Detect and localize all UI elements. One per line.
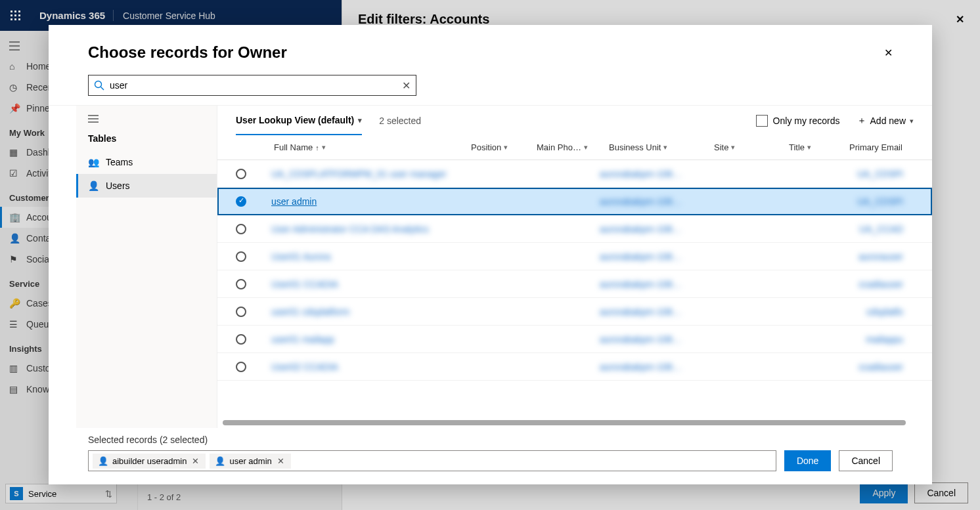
col-business-unit[interactable]: Business Unit▾ [602, 142, 707, 152]
row-fullname-link[interactable]: user01 cdsplatform [265, 307, 462, 317]
lookup-modal: Choose records for Owner ✕ ✕ Tables 👥 Te… [49, 25, 932, 484]
row-email: UA_CCAD [840, 224, 903, 234]
row-business-unit: aurorabakpm-108… [600, 362, 705, 372]
table-row[interactable]: user adminaurorabakpm-108…UA_CDSPI [217, 188, 932, 215]
person-icon: 👤 [98, 456, 108, 466]
col-email[interactable]: Primary Email [843, 142, 906, 152]
chevron-down-icon: ▾ [731, 143, 735, 152]
plus-icon: ＋ [857, 115, 866, 127]
row-email: ccadiauser [840, 362, 903, 372]
row-select-toggle[interactable] [236, 279, 246, 289]
row-email: cdsplatfo [840, 307, 903, 317]
person-icon: 👤 [215, 456, 225, 466]
grid-header: Full Name↑▾ Position▾ Main Pho…▾ Busines… [217, 135, 932, 160]
chip-label: user admin [229, 456, 271, 466]
table-row[interactable]: user01 mailappaurorabakpm-108…mailappu [217, 326, 932, 353]
horizontal-scrollbar[interactable] [223, 420, 906, 425]
chevron-down-icon: ▾ [807, 143, 811, 152]
row-select-toggle[interactable] [236, 169, 246, 179]
tables-heading: Tables [76, 127, 217, 150]
search-clear-icon[interactable]: ✕ [402, 79, 411, 92]
chip-label: aibuilder useradmin [112, 456, 187, 466]
table-item-label: Teams [106, 157, 133, 167]
table-row[interactable]: User Administrator CCA DAS Analyticsauro… [217, 215, 932, 243]
row-business-unit: aurorabakpm-108… [600, 224, 705, 234]
row-business-unit: aurorabakpm-108… [600, 169, 705, 179]
col-fullname[interactable]: Full Name↑▾ [267, 142, 464, 152]
lookup-grid: User Lookup View (default) ▾ 2 selected … [217, 106, 932, 428]
svg-point-12 [95, 81, 102, 88]
table-row[interactable]: User01 CCADIAaurorabakpm-108…ccadiauser [217, 270, 932, 298]
row-fullname-link[interactable]: User01 Aurora [265, 251, 462, 262]
row-fullname-link[interactable]: User01 CCADIA [265, 279, 462, 289]
row-select-toggle[interactable] [236, 334, 246, 345]
table-item-teams[interactable]: 👥 Teams [76, 150, 217, 174]
col-title[interactable]: Title▾ [782, 142, 843, 152]
table-row[interactable]: UA_CDSPLATFORMPM_01 user managerauroraba… [217, 160, 932, 188]
row-fullname-link[interactable]: user01 mailapp [265, 334, 462, 345]
only-my-records-label: Only my records [773, 116, 840, 126]
cancel-button[interactable]: Cancel [839, 450, 893, 471]
row-business-unit: aurorabakpm-108… [600, 251, 705, 262]
row-email: UA_CDSPI [840, 196, 903, 207]
chevron-down-icon: ▾ [663, 143, 667, 152]
row-select-toggle[interactable] [236, 224, 246, 234]
chevron-down-icon: ▾ [358, 116, 362, 125]
chevron-down-icon: ▾ [910, 117, 914, 125]
search-input[interactable] [110, 80, 397, 91]
table-item-label: Users [106, 181, 130, 191]
user-icon: 👤 [88, 181, 99, 191]
row-email: aurorauser [840, 251, 903, 262]
row-email: mailappu [840, 334, 903, 345]
table-row[interactable]: user01 cdsplatformaurorabakpm-108…cdspla… [217, 298, 932, 326]
row-select-toggle[interactable] [236, 362, 246, 372]
col-position[interactable]: Position▾ [464, 142, 530, 152]
selected-record-chip: 👤user admin✕ [210, 454, 290, 469]
tables-side: Tables 👥 Teams 👤 Users [76, 106, 217, 428]
row-fullname-link[interactable]: User02 CCADIA [265, 362, 462, 372]
selection-count: 2 selected [379, 116, 421, 135]
search-box[interactable]: ✕ [88, 75, 416, 96]
row-select-toggle[interactable] [236, 196, 246, 207]
chip-remove-icon[interactable]: ✕ [276, 456, 286, 466]
selected-records-chips[interactable]: 👤aibuilder useradmin✕👤user admin✕ [88, 450, 776, 471]
row-business-unit: aurorabakpm-108… [600, 307, 705, 317]
view-picker[interactable]: User Lookup View (default) ▾ [236, 115, 362, 135]
selected-record-chip: 👤aibuilder useradmin✕ [93, 454, 206, 469]
row-fullname-link[interactable]: user admin [265, 196, 462, 207]
chevron-down-icon: ▾ [504, 143, 508, 152]
teams-icon: 👥 [88, 157, 99, 167]
done-button[interactable]: Done [784, 450, 831, 471]
search-icon [94, 80, 104, 91]
row-fullname-link[interactable]: User Administrator CCA DAS Analytics [265, 224, 462, 234]
chevron-down-icon: ▾ [584, 143, 588, 152]
modal-close-icon[interactable]: ✕ [884, 47, 893, 59]
only-my-records-checkbox[interactable]: Only my records [756, 115, 840, 135]
checkbox-icon [756, 115, 768, 127]
selected-records-label: Selected records (2 selected) [88, 435, 893, 445]
row-email: ccadiauser [840, 279, 903, 289]
row-select-toggle[interactable] [236, 307, 246, 317]
table-item-users[interactable]: 👤 Users [76, 174, 217, 198]
row-email: UA_CDSPI [840, 169, 903, 179]
row-business-unit: aurorabakpm-108… [600, 334, 705, 345]
view-name: User Lookup View (default) [236, 115, 354, 125]
add-new-button[interactable]: ＋ Add new ▾ [857, 115, 914, 135]
sort-asc-icon: ↑ [315, 144, 319, 152]
svg-line-13 [101, 87, 104, 91]
col-site[interactable]: Site▾ [707, 142, 782, 152]
add-new-label: Add new [870, 116, 906, 126]
modal-title: Choose records for Owner [88, 43, 287, 62]
tables-hamburger-icon[interactable] [76, 111, 217, 127]
chevron-down-icon: ▾ [322, 143, 326, 152]
table-row[interactable]: User01 Auroraaurorabakpm-108…aurorauser [217, 243, 932, 270]
table-row[interactable]: User02 CCADIAaurorabakpm-108…ccadiauser [217, 353, 932, 381]
row-business-unit: aurorabakpm-108… [600, 196, 705, 207]
col-phone[interactable]: Main Pho…▾ [530, 142, 602, 152]
row-business-unit: aurorabakpm-108… [600, 279, 705, 289]
row-fullname-link[interactable]: UA_CDSPLATFORMPM_01 user manager [265, 169, 462, 179]
row-select-toggle[interactable] [236, 251, 246, 262]
chip-remove-icon[interactable]: ✕ [190, 456, 200, 466]
